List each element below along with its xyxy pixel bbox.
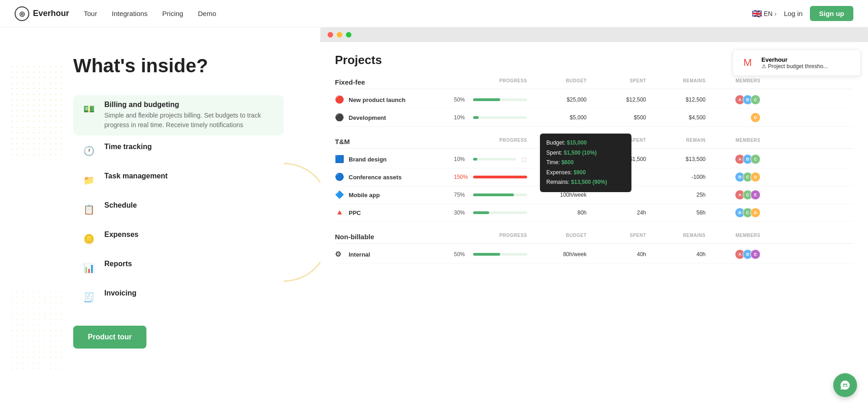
- feature-billing[interactable]: 💵 Billing and budgeting Simple and flexi…: [73, 95, 284, 135]
- table-row: 🔴 New product launch 50% $25,000 $12,500…: [335, 91, 853, 109]
- dots-decoration-top: [9, 64, 64, 156]
- feature-time-tracking[interactable]: 🕐 Time tracking: [73, 137, 284, 165]
- tm-section: T&M PROGRESS BUDGET SPENT REMAIN MEMBERS…: [335, 136, 853, 222]
- feature-expenses[interactable]: 🪙 Expenses: [73, 225, 284, 252]
- invoicing-title: Invoicing: [104, 289, 136, 297]
- logo-text: Everhour: [33, 9, 69, 18]
- project-name: Brand design: [349, 156, 387, 163]
- feature-task-management[interactable]: 📁 Task management: [73, 166, 284, 194]
- nav-right: 🇬🇧 EN › Log in Sign up: [752, 6, 853, 21]
- fixed-fee-section: Fixed-fee PROGRESS BUDGET SPENT REMAINS …: [335, 76, 853, 127]
- project-name: Development: [349, 114, 386, 121]
- notification-text: ⚠ Project budget thresho...: [761, 63, 828, 70]
- arc-decoration: [284, 163, 320, 282]
- tasks-icon: 📁: [81, 172, 97, 188]
- project-icon: ⚫: [335, 113, 344, 122]
- notification-title: Everhour: [761, 56, 828, 63]
- project-icon: 🔵: [335, 172, 344, 182]
- billing-desc: Simple and flexible projects billing. Se…: [104, 111, 276, 130]
- invoicing-icon: 🧾: [81, 289, 97, 306]
- feature-reports[interactable]: 📊 Reports: [73, 254, 284, 282]
- schedule-icon: 📋: [81, 201, 97, 218]
- budget-tooltip: Budget: $15,000 Spent: $1,500 (10%) Time…: [540, 134, 631, 192]
- tasks-title: Task management: [104, 172, 167, 180]
- lang-selector[interactable]: 🇬🇧 EN ›: [752, 9, 776, 19]
- expenses-title: Expenses: [104, 231, 139, 239]
- project-name: Internal: [349, 251, 370, 258]
- fullscreen-dot: [346, 32, 351, 38]
- project-icon: 🟦: [335, 155, 344, 164]
- logo-icon: ◎: [15, 6, 29, 21]
- expenses-icon: 🪙: [81, 231, 97, 247]
- reports-icon: 📊: [81, 260, 97, 276]
- project-icon: 🔷: [335, 190, 344, 199]
- signup-button[interactable]: Sign up: [810, 6, 853, 21]
- nav-demo[interactable]: Demo: [198, 10, 216, 17]
- projects-area: Projects Fixed-fee PROGRESS BUDGET SPENT…: [320, 42, 868, 284]
- browser-content: M Everhour ⚠ Project budget thresho... P…: [320, 42, 868, 408]
- fixed-fee-label: Fixed-fee: [335, 78, 454, 86]
- notification-banner: M Everhour ⚠ Project budget thresho...: [733, 49, 861, 76]
- nav-left: ◎ Everhour Tour Integrations Pricing Dem…: [15, 6, 216, 21]
- page-heading: What's inside?: [73, 55, 284, 77]
- left-panel: What's inside? 💵 Billing and budgeting S…: [0, 27, 320, 408]
- browser-window: M Everhour ⚠ Project budget thresho... P…: [320, 27, 868, 408]
- project-icon: ⚙: [335, 250, 344, 259]
- nav-pricing[interactable]: Pricing: [162, 10, 183, 17]
- feature-schedule[interactable]: 📋 Schedule: [73, 196, 284, 223]
- feature-list: 💵 Billing and budgeting Simple and flexi…: [73, 95, 284, 311]
- browser-bar: [320, 27, 868, 42]
- project-icon: 🔴: [335, 95, 344, 104]
- non-billable-section: Non-billable PROGRESS BUDGET SPENT REMAI…: [335, 231, 853, 263]
- gmail-icon: M: [739, 54, 756, 71]
- flag-icon: 🇬🇧: [752, 9, 762, 19]
- main-container: What's inside? 💵 Billing and budgeting S…: [0, 27, 868, 408]
- project-name: New product launch: [349, 97, 405, 103]
- fixed-fee-header: Fixed-fee PROGRESS BUDGET SPENT REMAINS …: [335, 76, 853, 89]
- chevron-down-icon: ›: [774, 10, 776, 17]
- login-button[interactable]: Log in: [784, 10, 803, 17]
- reports-title: Reports: [104, 260, 132, 268]
- right-panel: M Everhour ⚠ Project budget thresho... P…: [320, 27, 868, 408]
- product-tour-button[interactable]: Product tour: [73, 326, 146, 349]
- minimize-dot: [337, 32, 342, 38]
- navbar: ◎ Everhour Tour Integrations Pricing Dem…: [0, 0, 868, 27]
- feature-invoicing[interactable]: 🧾 Invoicing: [73, 284, 284, 311]
- nav-tour[interactable]: Tour: [84, 10, 97, 17]
- non-billable-label: Non-billable: [335, 233, 454, 241]
- dots-decoration-bottom: [9, 289, 64, 371]
- project-name: Conference assets: [349, 174, 402, 181]
- table-row: ⚫ Development 10% $5,000 $500 $4,500: [335, 109, 853, 127]
- table-row: ⚙ Internal 50% 80h/week 40h 40h A: [335, 246, 853, 263]
- project-name: Mobile app: [349, 192, 380, 199]
- billing-title: Billing and budgeting: [104, 101, 276, 109]
- close-dot: [328, 32, 333, 38]
- table-row: 🔺 PPC 30% 80h 24h 56h B: [335, 204, 853, 222]
- time-title: Time tracking: [104, 143, 152, 151]
- tm-label: T&M: [335, 138, 454, 145]
- lang-code: EN: [764, 10, 772, 17]
- nav-logo[interactable]: ◎ Everhour: [15, 6, 69, 21]
- schedule-title: Schedule: [104, 201, 137, 209]
- project-icon: 🔺: [335, 208, 344, 217]
- billing-icon: 💵: [81, 101, 97, 117]
- time-icon: 🕐: [81, 143, 97, 159]
- nav-integrations[interactable]: Integrations: [112, 10, 147, 17]
- chat-icon: [840, 380, 851, 391]
- chat-button[interactable]: [833, 373, 857, 397]
- non-billable-header: Non-billable PROGRESS BUDGET SPENT REMAI…: [335, 231, 853, 244]
- project-name: PPC: [349, 209, 361, 216]
